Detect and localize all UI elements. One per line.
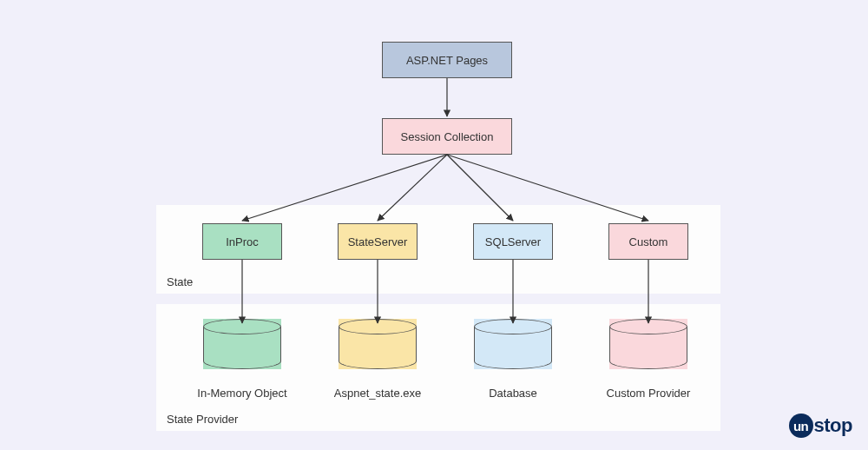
session-state-diagram: State State Provider ASP.NET Pages Sessi… <box>0 0 868 450</box>
custom-label: Custom <box>629 235 668 248</box>
logo-circle: un <box>789 414 813 438</box>
sqlserver-box: SQLServer <box>473 223 553 260</box>
session-collection-box: Session Collection <box>382 118 512 155</box>
stateserver-label: StateServer <box>348 235 408 248</box>
customprovider-label: Custom Provider <box>583 387 713 400</box>
aspnetstate-cylinder <box>339 319 417 369</box>
aspnetstate-label: Aspnet_state.exe <box>312 387 443 400</box>
inproc-box: InProc <box>202 223 282 260</box>
sqlserver-label: SQLServer <box>485 235 541 248</box>
database-cylinder <box>474 319 552 369</box>
inproc-label: InProc <box>226 235 259 248</box>
customprovider-cylinder <box>609 319 687 369</box>
provider-panel-label: State Provider <box>167 413 238 426</box>
inmemory-cylinder <box>203 319 281 369</box>
database-label: Database <box>448 387 578 400</box>
inmemory-label: In-Memory Object <box>177 387 307 400</box>
state-panel-label: State <box>167 275 193 288</box>
logo-suffix: stop <box>814 414 852 437</box>
custom-box: Custom <box>608 223 688 260</box>
aspnet-pages-label: ASP.NET Pages <box>406 54 488 67</box>
logo-prefix: un <box>793 419 808 433</box>
stateserver-box: StateServer <box>338 223 418 260</box>
session-collection-label: Session Collection <box>401 130 494 143</box>
unstop-logo: un stop <box>789 414 852 438</box>
aspnet-pages-box: ASP.NET Pages <box>382 42 512 78</box>
